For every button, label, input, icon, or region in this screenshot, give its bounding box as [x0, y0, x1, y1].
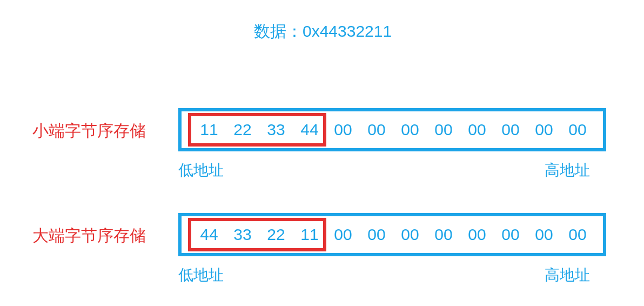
- byte-cell: 00: [494, 225, 527, 244]
- high-address-label: 高地址: [545, 265, 590, 285]
- title-text: 数据：0x44332211: [254, 21, 392, 43]
- byte-cell: 00: [360, 225, 393, 244]
- byte-cell: 00: [393, 225, 427, 244]
- byte-cell: 11: [293, 225, 326, 244]
- byte-cell: 00: [460, 121, 494, 139]
- byte-cell: 00: [360, 121, 393, 139]
- little-endian-label: 小端字节序存储: [32, 120, 146, 142]
- big-endian-memory-box: 44 33 22 11 00 00 00 00 00 00 00 00: [178, 213, 606, 256]
- high-address-label: 高地址: [545, 160, 590, 181]
- byte-cell: 22: [259, 225, 293, 244]
- byte-cell: 22: [226, 121, 259, 139]
- byte-cell: 00: [527, 225, 561, 244]
- low-address-label: 低地址: [178, 160, 224, 181]
- little-endian-memory-box: 11 22 33 44 00 00 00 00 00 00 00 00: [178, 108, 606, 151]
- byte-cell: 00: [326, 121, 360, 139]
- byte-cell: 44: [192, 225, 226, 244]
- byte-cell: 00: [427, 225, 460, 244]
- byte-cell: 00: [561, 121, 594, 139]
- byte-cell: 00: [561, 225, 594, 244]
- byte-cell: 00: [326, 225, 360, 244]
- byte-cell: 33: [259, 121, 293, 139]
- byte-group: 44 33 22 11 00 00 00 00 00 00 00 00: [192, 225, 594, 244]
- byte-group: 11 22 33 44 00 00 00 00 00 00 00 00: [192, 121, 594, 139]
- byte-cell: 00: [494, 121, 527, 139]
- big-endian-label: 大端字节序存储: [32, 225, 146, 247]
- byte-cell: 33: [226, 225, 259, 244]
- byte-cell: 00: [527, 121, 561, 139]
- byte-cell: 11: [192, 121, 226, 139]
- low-address-label: 低地址: [178, 265, 224, 285]
- byte-cell: 00: [427, 121, 460, 139]
- byte-cell: 00: [393, 121, 427, 139]
- byte-cell: 44: [293, 121, 326, 139]
- byte-cell: 00: [460, 225, 494, 244]
